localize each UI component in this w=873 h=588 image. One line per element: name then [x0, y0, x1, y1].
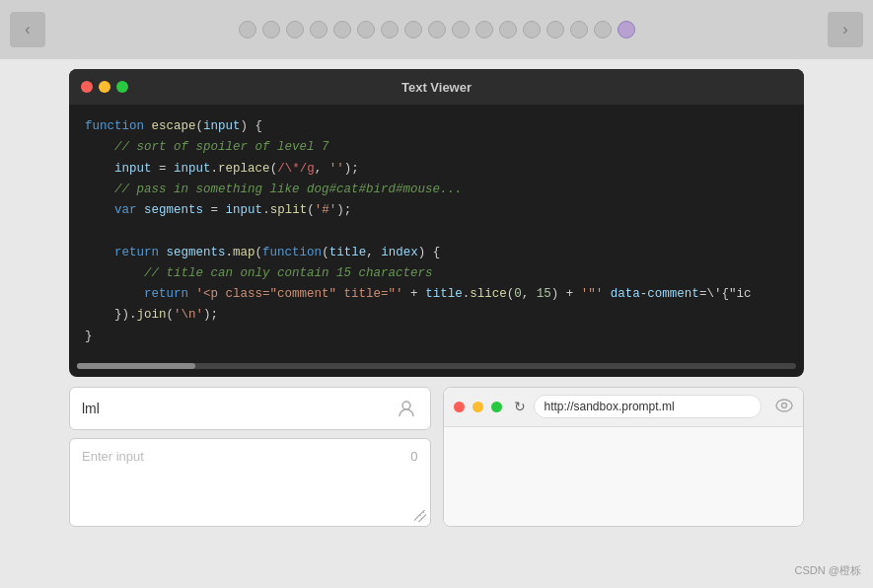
left-panel: lml Enter input 0 [69, 387, 431, 527]
user-input-row: lml [69, 387, 431, 430]
code-line-4: // pass in something like dog#cat#bird#m… [85, 180, 788, 200]
nav-dot-6[interactable] [357, 21, 375, 38]
traffic-lights [81, 81, 128, 93]
nav-dots-container [45, 21, 828, 38]
scrollbar-thumb[interactable] [77, 363, 195, 369]
code-titlebar: Text Viewer [69, 69, 804, 105]
nav-dot-11[interactable] [475, 21, 493, 38]
nav-right-arrow[interactable]: › [828, 12, 863, 47]
textarea-row[interactable]: Enter input 0 [69, 438, 431, 527]
nav-dot-16[interactable] [594, 21, 612, 38]
browser-window: ↻ http://sandbox.prompt.ml [443, 387, 805, 527]
nav-dot-14[interactable] [546, 21, 564, 38]
nav-dot-13[interactable] [523, 21, 541, 38]
browser-body [444, 427, 804, 526]
right-panel: ↻ http://sandbox.prompt.ml [443, 387, 805, 527]
nav-dot-3[interactable] [286, 21, 304, 38]
code-line-3: input = input.replace(/\*/g, ''); [85, 159, 788, 180]
url-bar[interactable]: http://sandbox.prompt.ml [534, 395, 763, 418]
textarea-placeholder: Enter input [82, 449, 418, 464]
resize-handle[interactable] [414, 510, 426, 522]
code-line-2: // sort of spoiler of level 7 [85, 137, 788, 158]
code-line-9: return '<p class="comment" title="' + ti… [85, 284, 788, 305]
svg-point-1 [776, 400, 792, 411]
browser-titlebar: ↻ http://sandbox.prompt.ml [444, 388, 804, 427]
nav-dot-2[interactable] [262, 21, 280, 38]
code-line-10: }).join('\n'); [85, 305, 788, 326]
nav-dot-1[interactable] [239, 21, 256, 38]
main-content-area: Text Viewer function escape(input) { // … [0, 59, 873, 387]
top-navigation: ‹ › [0, 0, 873, 59]
minimize-button[interactable] [99, 81, 110, 93]
nav-dot-special[interactable] [618, 21, 635, 38]
nav-dot-9[interactable] [428, 21, 446, 38]
svg-point-0 [402, 402, 410, 409]
code-line-11: } [85, 327, 788, 347]
bottom-section: lml Enter input 0 ↻ http://sandbox.p [0, 387, 873, 527]
svg-point-2 [782, 403, 787, 407]
eye-icon[interactable] [775, 399, 793, 415]
user-input-value: lml [82, 401, 395, 416]
code-line-1: function escape(input) { [85, 116, 788, 137]
textarea-count: 0 [410, 449, 417, 464]
code-line-6 [85, 221, 788, 242]
nav-dot-5[interactable] [333, 21, 351, 38]
code-line-5: var segments = input.split('#'); [85, 200, 788, 221]
horizontal-scrollbar[interactable] [77, 363, 796, 369]
refresh-icon[interactable]: ↻ [514, 399, 526, 414]
nav-dot-8[interactable] [404, 21, 422, 38]
nav-left-arrow[interactable]: ‹ [10, 12, 45, 47]
close-button[interactable] [81, 81, 93, 93]
browser-minimize-button[interactable] [473, 402, 483, 412]
nav-dot-4[interactable] [310, 21, 327, 38]
code-line-7: return segments.map(function(title, inde… [85, 243, 788, 263]
window-title: Text Viewer [401, 80, 472, 95]
browser-maximize-button[interactable] [491, 402, 502, 412]
nav-dot-12[interactable] [499, 21, 517, 38]
maximize-button[interactable] [116, 81, 128, 93]
code-window: Text Viewer function escape(input) { // … [69, 69, 804, 377]
code-line-8: // title can only contain 15 characters [85, 263, 788, 284]
url-text: http://sandbox.prompt.ml [545, 400, 675, 413]
nav-dot-10[interactable] [452, 21, 470, 38]
watermark: CSDN @橙栎 [795, 563, 861, 578]
nav-dot-7[interactable] [381, 21, 399, 38]
nav-dot-15[interactable] [570, 21, 588, 38]
user-icon [395, 397, 418, 420]
browser-close-button[interactable] [454, 402, 465, 412]
code-body: function escape(input) { // sort of spoi… [69, 105, 804, 359]
